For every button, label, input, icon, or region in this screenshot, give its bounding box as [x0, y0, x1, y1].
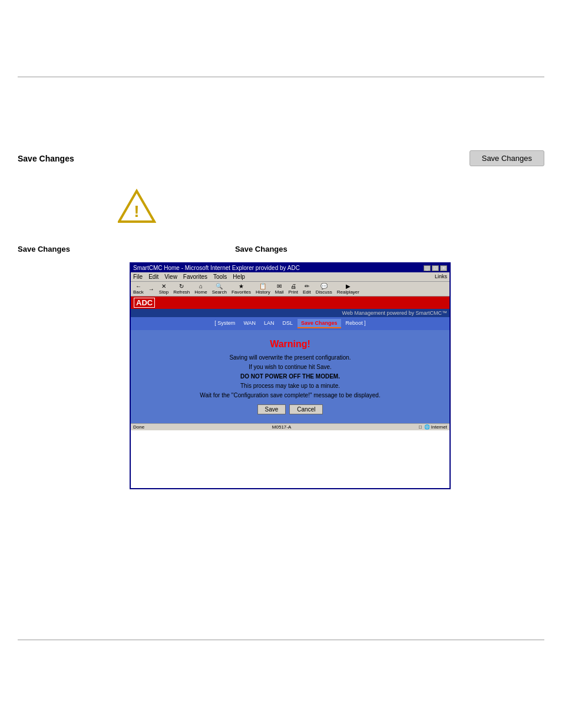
discuss-button[interactable]: 💬Discuss: [316, 283, 332, 295]
minimize-button[interactable]: _: [424, 265, 431, 271]
favorites-button[interactable]: ★Favorites: [232, 283, 251, 295]
browser-title: SmartCMC Home - Microsoft Internet Explo…: [133, 265, 300, 271]
status-left: Done: [133, 424, 144, 430]
browser-content: Warning! Saving will overwrite the prese…: [131, 330, 449, 423]
links-button[interactable]: Links: [435, 274, 447, 280]
browser-statusbar: Done M0517-A □ 🌐 Internet: [131, 423, 449, 430]
sub-label-right: Save Changes: [235, 245, 287, 253]
blue-header-text: Web Management powered by SmartCMC™: [342, 310, 447, 316]
forward-button[interactable]: →: [148, 286, 154, 292]
status-center: M0517-A: [272, 424, 291, 430]
warning-line-1: Saving will overwrite the present config…: [143, 354, 438, 361]
browser-cancel-button[interactable]: Cancel: [289, 404, 323, 414]
browser-save-button[interactable]: Save: [257, 404, 286, 414]
tab-lan[interactable]: LAN: [260, 319, 278, 328]
search-button[interactable]: 🔍Search: [212, 283, 227, 295]
realplayer-button[interactable]: ▶Realplayer: [337, 283, 359, 295]
edit-button[interactable]: ✏Edit: [303, 283, 311, 295]
warning-icon: !: [118, 189, 156, 224]
print-button[interactable]: 🖨Print: [288, 283, 297, 295]
browser-titlebar: SmartCMC Home - Microsoft Internet Explo…: [131, 263, 449, 272]
page-title: Save Changes: [18, 154, 74, 163]
tab-reboot[interactable]: Reboot ]: [342, 319, 369, 328]
refresh-button[interactable]: ↻Refresh: [173, 283, 190, 295]
sub-label-left: Save Changes: [18, 245, 70, 253]
status-internet: 🌐 Internet: [424, 424, 447, 430]
warning-icon-container: !: [118, 189, 156, 226]
menu-tools[interactable]: Tools: [213, 274, 227, 280]
menu-file[interactable]: File: [133, 274, 143, 280]
browser-action-buttons: Save Cancel: [143, 404, 438, 414]
mail-button[interactable]: ✉Mail: [275, 283, 284, 295]
browser-window: SmartCMC Home - Microsoft Internet Explo…: [130, 262, 451, 489]
menu-favorites[interactable]: Favorites: [183, 274, 207, 280]
warning-line-2: If you wish to continue hit Save.: [143, 364, 438, 370]
tab-wan[interactable]: WAN: [240, 319, 259, 328]
bottom-divider: [18, 640, 544, 640]
menu-view[interactable]: View: [164, 274, 177, 280]
back-button[interactable]: ←Back: [133, 283, 144, 295]
close-button[interactable]: ×: [440, 265, 447, 271]
adc-logo: ADC: [134, 298, 155, 308]
tab-save-changes[interactable]: Save Changes: [297, 319, 341, 328]
top-divider: [18, 77, 544, 77]
home-button[interactable]: ⌂Home: [194, 283, 207, 295]
menu-edit[interactable]: Edit: [148, 274, 158, 280]
history-button[interactable]: 📋History: [256, 283, 270, 295]
titlebar-controls: _ □ ×: [424, 265, 447, 271]
menu-help[interactable]: Help: [233, 274, 245, 280]
save-changes-button[interactable]: Save Changes: [470, 150, 544, 166]
tab-dsl[interactable]: DSL: [279, 319, 297, 328]
warning-line-3: DO NOT POWER OFF THE MODEM.: [143, 373, 438, 380]
stop-button[interactable]: ✕Stop: [159, 283, 168, 295]
adc-bar: ADC: [131, 297, 449, 309]
warning-line-4: This process may take up to a minute.: [143, 383, 438, 389]
browser-toolbar: ←Back → ✕Stop ↻Refresh ⌂Home 🔍Search ★Fa…: [131, 282, 449, 297]
nav-tabs: [ System WAN LAN DSL Save Changes Reboot…: [131, 317, 449, 330]
blue-header: Web Management powered by SmartCMC™: [131, 309, 449, 317]
svg-text:!: !: [134, 202, 139, 220]
browser-menubar: File Edit View Favorites Tools Help Link…: [131, 272, 449, 282]
status-right: □ 🌐 Internet: [419, 424, 447, 430]
warning-line-5: Wait for the "Configuration save complet…: [143, 392, 438, 398]
tab-system[interactable]: [ System: [211, 319, 239, 328]
warning-title: Warning!: [143, 339, 438, 350]
sub-labels: Save Changes Save Changes: [18, 245, 544, 253]
maximize-button[interactable]: □: [432, 265, 439, 271]
section-header: Save Changes Save Changes: [18, 150, 544, 166]
